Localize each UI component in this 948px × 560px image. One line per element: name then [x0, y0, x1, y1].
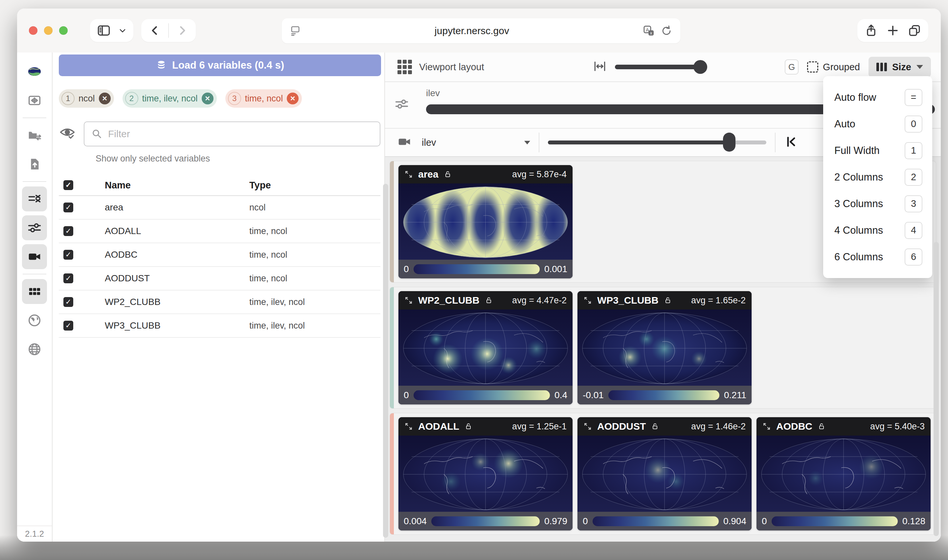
chip-time-ncol[interactable]: 3 time, ncol — [225, 89, 302, 108]
dimension-sliders-icon[interactable] — [22, 215, 47, 240]
filter-field[interactable] — [84, 122, 381, 146]
file-upload-icon[interactable] — [22, 152, 47, 177]
map-area[interactable] — [757, 435, 931, 512]
grouped-toggle-button[interactable]: Grouped — [807, 62, 860, 72]
chip-close-icon[interactable] — [99, 92, 111, 105]
mollweide-globe[interactable] — [757, 435, 931, 512]
menu-item-4-columns[interactable]: 4 Columns 4 — [823, 217, 932, 243]
table-row[interactable]: area ncol — [59, 196, 381, 220]
mollweide-globe[interactable] — [578, 435, 752, 512]
expand-icon[interactable] — [404, 170, 413, 178]
chip-close-icon[interactable] — [287, 92, 299, 105]
mollweide-globe[interactable] — [578, 309, 752, 386]
translate-icon[interactable]: A x — [642, 24, 655, 37]
close-window-button[interactable] — [29, 26, 37, 35]
menu-item-auto[interactable]: Auto 0 — [823, 111, 932, 137]
menu-item-full-width[interactable]: Full Width 1 — [823, 137, 932, 164]
select-all-checkbox[interactable] — [63, 180, 73, 190]
map-tile-aoddust: AODDUST avg = 1.46e-2 — [578, 417, 752, 531]
folder-sync-icon[interactable] — [22, 123, 47, 148]
row-checkbox[interactable] — [63, 274, 73, 283]
variable-list-icon[interactable] — [22, 186, 47, 211]
globe-wireframe-icon[interactable] — [22, 337, 47, 362]
mollweide-globe[interactable] — [398, 309, 573, 386]
colorbar[interactable] — [772, 516, 898, 526]
table-row[interactable]: WP3_CLUBB time, ilev, ncol — [59, 314, 381, 338]
tile-width-slider-knob[interactable] — [694, 60, 707, 74]
row-checkbox[interactable] — [63, 203, 73, 212]
expand-icon[interactable] — [404, 422, 413, 431]
address-bar[interactable]: jupyter.nersc.gov A x — [282, 18, 680, 43]
load-variables-button[interactable]: Load 6 variables (0.4 s) — [59, 54, 381, 76]
lock-icon[interactable] — [818, 423, 825, 430]
fit-view-icon[interactable] — [22, 88, 47, 113]
mollweide-globe[interactable] — [398, 435, 573, 512]
expand-icon[interactable] — [583, 296, 592, 305]
app-logo-globe[interactable] — [22, 59, 47, 84]
show-selected-eye-icon[interactable] — [59, 125, 76, 143]
colorbar-max: 0.4 — [555, 390, 567, 400]
expand-icon[interactable] — [404, 296, 413, 305]
row-checkbox[interactable] — [63, 297, 73, 307]
colorbar[interactable] — [608, 390, 719, 400]
scrollbar-thumb[interactable] — [934, 242, 939, 536]
table-row[interactable]: AODALL time, ncol — [59, 220, 381, 243]
reload-icon[interactable] — [660, 24, 673, 37]
colorbar[interactable] — [593, 516, 719, 526]
zoom-window-button[interactable] — [59, 26, 68, 35]
table-row[interactable]: AODDUST time, ncol — [59, 267, 381, 291]
camera-icon[interactable] — [22, 244, 47, 269]
skip-to-start-button[interactable] — [784, 135, 798, 150]
chip-close-icon[interactable] — [202, 92, 214, 105]
map-area[interactable] — [398, 435, 573, 512]
colorbar[interactable] — [431, 516, 540, 526]
camera-frame-slider-knob[interactable] — [723, 132, 735, 152]
row-checkbox[interactable] — [63, 226, 73, 236]
row-checkbox[interactable] — [63, 321, 73, 331]
row-checkbox[interactable] — [63, 250, 73, 260]
viewport-grid-icon[interactable] — [22, 279, 47, 304]
menu-item-auto-flow[interactable]: Auto flow = — [823, 84, 932, 111]
chip-time-ilev-ncol[interactable]: 2 time, ilev, ncol — [123, 89, 217, 108]
filter-input[interactable] — [108, 128, 373, 140]
table-row[interactable]: WP2_CLUBB time, ilev, ncol — [59, 291, 381, 314]
menu-item-label: Auto flow — [834, 92, 876, 103]
reader-mode-icon[interactable] — [289, 25, 302, 37]
map-area[interactable] — [398, 183, 573, 260]
width-range-icon — [593, 59, 607, 75]
sidebar-toggle-button[interactable] — [95, 22, 113, 39]
sidebar-chevron-down-icon[interactable] — [117, 22, 128, 39]
expand-icon[interactable] — [583, 422, 592, 431]
mollweide-globe[interactable] — [398, 183, 573, 260]
lock-icon[interactable] — [651, 423, 659, 430]
camera-frame-slider[interactable] — [548, 140, 766, 145]
lock-icon[interactable] — [464, 423, 472, 430]
colorbar[interactable] — [413, 390, 550, 400]
menu-item-3-columns[interactable]: 3 Columns 3 — [823, 191, 932, 217]
url-text[interactable]: jupyter.nersc.gov — [302, 25, 642, 37]
tab-overview-icon[interactable] — [906, 22, 923, 39]
chip-ncol[interactable]: 1 ncol — [59, 89, 114, 108]
map-area[interactable] — [578, 435, 752, 512]
forward-button[interactable] — [173, 22, 191, 39]
lock-icon[interactable] — [485, 296, 493, 304]
camera-dimension-select[interactable]: ilev — [422, 137, 530, 148]
tile-width-slider[interactable] — [615, 65, 705, 69]
table-row[interactable]: AODBC time, ncol — [59, 243, 381, 267]
map-area[interactable] — [398, 309, 573, 386]
expand-icon[interactable] — [762, 422, 771, 431]
menu-item-2-columns[interactable]: 2 Columns 2 — [823, 164, 932, 191]
size-dropdown-button[interactable]: Size — [868, 57, 931, 77]
map-area[interactable] — [578, 309, 752, 386]
panel-splitter-handle[interactable] — [383, 184, 388, 538]
back-button[interactable] — [146, 22, 163, 39]
minimize-window-button[interactable] — [44, 26, 52, 35]
new-tab-icon[interactable] — [884, 22, 901, 39]
globe-earth-icon[interactable] — [22, 308, 47, 333]
lock-icon[interactable] — [664, 296, 672, 304]
share-icon[interactable] — [863, 22, 880, 39]
variable-panel: Load 6 variables (0.4 s) 1 ncol 2 time, … — [52, 52, 385, 542]
colorbar[interactable] — [413, 264, 540, 274]
lock-icon[interactable] — [444, 170, 452, 178]
menu-item-6-columns[interactable]: 6 Columns 6 — [823, 243, 932, 270]
